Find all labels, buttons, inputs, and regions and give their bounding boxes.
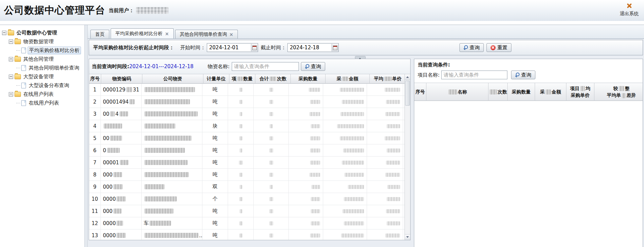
project-search-input[interactable]	[441, 71, 507, 79]
column-header[interactable]: 序号	[89, 74, 101, 84]
redacted-content	[385, 173, 400, 177]
table-cell	[367, 108, 403, 120]
redacted-content	[269, 100, 273, 104]
table-cell: 000012931	[101, 84, 142, 95]
table-row[interactable]: 60吨	[89, 144, 404, 157]
table-row[interactable]: 700001吨	[89, 157, 404, 169]
column-header[interactable]: 采金额	[326, 74, 370, 84]
tree-leaf[interactable]: 其他合同明细单价查询	[0, 63, 84, 72]
cell-text: 12	[91, 220, 98, 226]
tree-leaf[interactable]: 在线用户列表	[0, 99, 84, 107]
tab-close-icon[interactable]: ×	[229, 32, 233, 37]
cell-text: 双	[213, 184, 218, 190]
table-row[interactable]: 3004吨	[89, 108, 404, 120]
column-header[interactable]: 序号	[414, 83, 426, 101]
start-date-calendar-button[interactable]	[251, 44, 258, 51]
column-header[interactable]: 计量单位	[203, 74, 229, 84]
column-header[interactable]: 项数量	[229, 74, 255, 84]
logout-button[interactable]: 退出系统	[620, 3, 639, 17]
table-cell: 1	[89, 84, 101, 95]
app-header: 公司数据中心管理平台 当前用户： 退出系统	[0, 0, 644, 21]
tree-folder[interactable]: 物资数据管理	[0, 37, 84, 46]
material-search-input[interactable]	[232, 62, 299, 71]
column-header[interactable]: 采金额	[535, 83, 566, 101]
column-header[interactable]: 次数	[488, 83, 508, 101]
tree-root[interactable]: 公司数据中心管理	[0, 28, 84, 37]
collapse-toggle-icon[interactable]	[2, 31, 6, 35]
collapse-toggle-icon[interactable]	[9, 57, 13, 61]
redacted-content	[270, 77, 276, 81]
collapse-handle[interactable]	[355, 56, 366, 59]
redacted-content	[340, 136, 364, 140]
vertical-scrollbar[interactable]	[404, 74, 410, 240]
column-header[interactable]: 平均单价	[370, 74, 404, 84]
redacted-content	[239, 124, 243, 128]
table-row[interactable]: 100000个	[89, 193, 404, 205]
redacted-content	[240, 209, 242, 213]
material-search-button[interactable]: 查询	[301, 62, 325, 71]
collapse-toggle-icon[interactable]	[9, 75, 13, 79]
redacted-content	[144, 148, 185, 153]
end-date-calendar-button[interactable]	[332, 44, 338, 51]
start-date-input[interactable]	[207, 45, 251, 51]
project-detail-panel: 当前查询条件: 项目名称: 查询 序号名称次数采购数量采金额项目均采购单价较整平…	[414, 59, 643, 247]
tree-leaf[interactable]: 平均采购价格对比分析	[0, 46, 84, 55]
table-cell	[367, 120, 403, 132]
column-header[interactable]: 名称	[426, 83, 488, 101]
tree-folder[interactable]: 在线用户列表	[0, 90, 84, 99]
tree-leaf[interactable]: 大型设备分布查询	[0, 81, 84, 90]
collapse-toggle-icon[interactable]	[9, 92, 13, 97]
table-row[interactable]: 8000吨	[89, 169, 404, 181]
scroll-up-button[interactable]	[405, 74, 410, 80]
cell-text: 00001494	[103, 99, 129, 105]
redacted-content	[309, 88, 320, 92]
query-reset-button[interactable]: 重置	[486, 43, 511, 52]
table-row[interactable]: 9000双	[89, 181, 404, 193]
folder-icon	[15, 39, 21, 44]
table-row[interactable]: 200001494吨	[89, 96, 404, 108]
table-cell: 8	[89, 169, 101, 181]
column-header[interactable]: 采购数量	[508, 83, 535, 101]
redacted-content	[270, 124, 273, 128]
column-header[interactable]: 项目均采购单价	[566, 83, 594, 101]
end-date-input[interactable]	[288, 45, 332, 51]
table-cell: 3	[89, 108, 101, 120]
tab-close-icon[interactable]: ×	[165, 31, 169, 36]
cell-text: 物资编码	[112, 76, 131, 82]
tree-node-label: 其他合同管理	[22, 56, 55, 63]
tab-平均采购价格对比分析[interactable]: 平均采购价格对比分析×	[111, 28, 174, 38]
column-header[interactable]: 公司物资	[142, 74, 203, 84]
redacted-content	[310, 100, 320, 104]
redacted-content	[149, 221, 171, 226]
redacted-content	[269, 209, 273, 213]
tree-folder[interactable]: 大型设备管理	[0, 72, 84, 81]
cell-text: 次数	[498, 89, 507, 94]
header-line: 项目均	[570, 85, 590, 92]
table-row[interactable]: 1000012931吨	[89, 84, 404, 96]
tree-splitter[interactable]	[84, 25, 88, 247]
table-row[interactable]: 130000…吨	[89, 229, 404, 240]
redacted-content	[342, 100, 364, 104]
cell-text: 金额	[349, 76, 358, 82]
column-header[interactable]: 较整平均单差异	[594, 83, 643, 101]
scroll-thumb[interactable]	[405, 81, 410, 106]
scroll-down-button[interactable]	[405, 234, 410, 240]
calendar-icon	[333, 46, 337, 50]
project-search-button[interactable]: 查询	[511, 71, 535, 79]
column-header[interactable]: 采购数量	[291, 74, 326, 84]
collapse-toggle-icon[interactable]	[9, 39, 13, 44]
tab-首页[interactable]: 首页	[90, 30, 109, 38]
tab-其他合同明细单价查询[interactable]: 其他合同明细单价查询×	[175, 30, 238, 38]
app-title: 公司数据中心管理平台	[4, 4, 105, 17]
column-header[interactable]: 合计次数	[255, 74, 291, 84]
table-row[interactable]: 120000车吨	[89, 217, 404, 229]
column-header[interactable]: 物资编码	[101, 74, 142, 84]
table-row[interactable]: 11000吨	[89, 205, 404, 217]
table-cell	[228, 193, 254, 205]
cell-text: 较	[613, 86, 618, 91]
query-search-button[interactable]: 查询	[459, 43, 484, 52]
table-row[interactable]: 4块	[89, 120, 404, 132]
redacted-content	[120, 160, 129, 165]
table-row[interactable]: 500吨	[89, 132, 404, 144]
tree-folder[interactable]: 其他合同管理	[0, 55, 84, 63]
